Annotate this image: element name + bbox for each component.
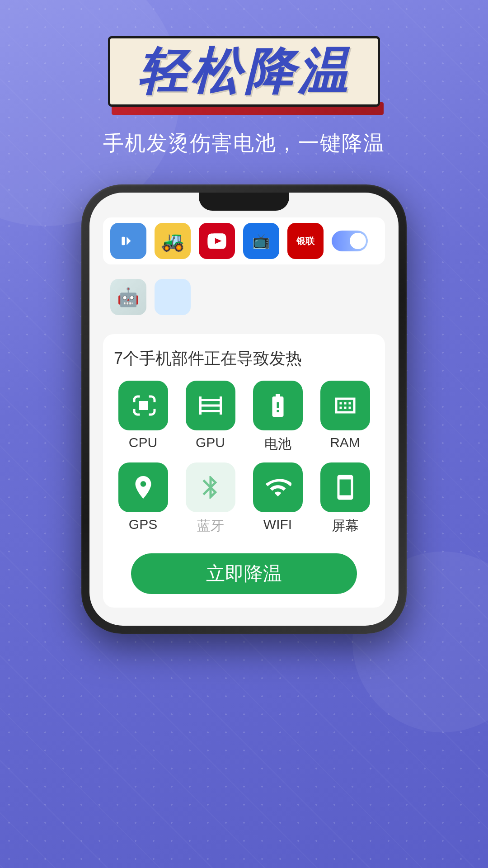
gps-icon-bg [118,462,168,512]
app-icon-unionpay[interactable]: 银联 [287,223,324,259]
phone-mockup: 🚜 📺 银联 🤖 [81,184,407,634]
component-screen[interactable]: 屏幕 [316,462,374,535]
screen-icon-bg [320,462,370,512]
screen-icon [332,474,359,501]
component-wifi[interactable]: WIFI [249,462,307,535]
bluetooth-icon-bg [186,462,235,512]
cpu-label: CPU [129,435,157,450]
battery-icon [264,392,291,419]
subtitle-text: 手机发烫伤害电池，一键降温 [103,129,385,157]
component-gps[interactable]: GPS [114,462,172,535]
title-banner: 轻松降温 [108,36,380,107]
wifi-icon [264,474,291,501]
gps-label: GPS [129,517,157,532]
cpu-icon-bg [118,381,168,430]
cpu-icon [130,392,157,419]
gpu-label: GPU [196,435,225,450]
app-icon-robot[interactable]: 🤖 [110,279,146,315]
wifi-icon-bg [253,462,303,512]
bluetooth-label: 蓝牙 [197,517,224,535]
svg-rect-0 [122,237,125,245]
ram-icon-bg [320,381,370,430]
gpu-icon [197,392,224,419]
phone-notch [199,193,289,211]
component-bluetooth[interactable]: 蓝牙 [181,462,239,535]
screen-label: 屏幕 [332,517,359,535]
app-icon-forward[interactable] [110,223,146,259]
gpu-icon-bg [186,381,235,430]
wifi-label: WIFI [263,517,292,532]
battery-label: 电池 [264,435,291,453]
app-icon-truck[interactable]: 🚜 [155,223,191,259]
component-battery[interactable]: 电池 [249,381,307,453]
component-gpu[interactable]: GPU [181,381,239,453]
cta-button[interactable]: 立即降温 [131,553,357,594]
app-icon-light[interactable] [155,279,191,315]
component-ram[interactable]: RAM [316,381,374,453]
app-icon-youtube[interactable] [199,223,235,259]
component-grid: CPU GPU [114,381,374,535]
app-icon-toggle[interactable] [332,231,368,251]
heating-section: 7个手机部件正在导致发热 CPU [103,334,385,608]
battery-icon-bg [253,381,303,430]
app-icon-tv[interactable]: 📺 [243,223,279,259]
ram-label: RAM [330,435,360,450]
gps-icon [130,474,157,501]
component-cpu[interactable]: CPU [114,381,172,453]
app-row-2: 🤖 [103,274,385,321]
cta-button-label: 立即降温 [206,561,282,586]
ram-icon [332,392,359,419]
bluetooth-icon [197,474,224,501]
heating-count-text: 7个手机部件正在导致发热 [114,348,374,370]
main-title: 轻松降温 [137,43,351,99]
app-row-1: 🚜 📺 银联 [103,217,385,264]
